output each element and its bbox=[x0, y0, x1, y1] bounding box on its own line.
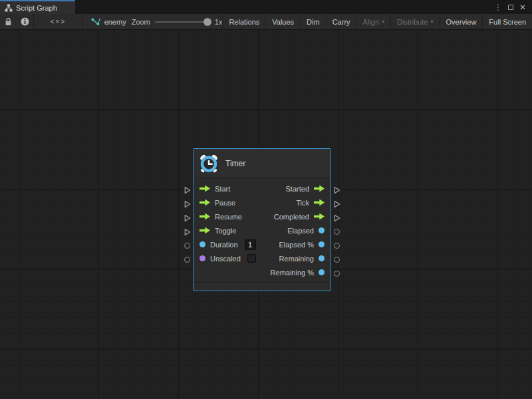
port-row: Start Started bbox=[200, 182, 325, 196]
control-output-stub[interactable] bbox=[334, 200, 340, 208]
tab-bar: Script Graph ⋮ ✕ bbox=[0, 0, 532, 14]
port-row: Remaining % bbox=[200, 265, 325, 279]
value-port-icon bbox=[319, 241, 325, 247]
relations-label: Relations bbox=[229, 18, 259, 26]
port-label: Toggle bbox=[215, 227, 236, 235]
graph-asset-icon bbox=[91, 18, 100, 26]
flow-arrow-icon bbox=[314, 185, 325, 192]
node-footer bbox=[194, 282, 330, 291]
port-started[interactable]: Started bbox=[286, 185, 325, 193]
port-elapsed-percent[interactable]: Elapsed % bbox=[279, 241, 325, 249]
value-output-stub[interactable] bbox=[334, 257, 340, 263]
node-title: Timer bbox=[225, 159, 245, 168]
flow-arrow-icon bbox=[200, 185, 210, 192]
align-dropdown[interactable]: Align ▾ bbox=[356, 14, 390, 29]
distribute-label: Distribute bbox=[397, 18, 428, 26]
grid-line bbox=[0, 394, 532, 394]
zoom-value: 1x bbox=[215, 18, 223, 26]
flow-arrow-icon bbox=[200, 227, 210, 234]
port-elapsed[interactable]: Elapsed bbox=[287, 227, 325, 235]
port-label: Tick bbox=[296, 199, 309, 207]
timer-node-header[interactable]: Timer bbox=[194, 149, 330, 178]
port-row: Unscaled Remaining bbox=[200, 251, 325, 265]
control-output-stub[interactable] bbox=[334, 186, 340, 194]
port-label: Unscaled bbox=[210, 255, 241, 263]
port-resume[interactable]: Resume bbox=[200, 213, 242, 221]
script-graph-window: Script Graph ⋮ ✕ <×> bbox=[0, 0, 532, 399]
inspect-values-button[interactable]: <×> bbox=[34, 14, 82, 29]
zoom-slider[interactable] bbox=[155, 21, 208, 23]
tab-script-graph[interactable]: Script Graph bbox=[0, 0, 75, 14]
value-output-stub[interactable] bbox=[334, 229, 340, 235]
graph-name-label: enemy bbox=[104, 18, 126, 26]
maximize-icon[interactable] bbox=[508, 5, 513, 10]
port-label: Resume bbox=[215, 213, 242, 221]
port-remaining-percent[interactable]: Remaining % bbox=[271, 269, 325, 277]
port-row: Resume Completed bbox=[200, 209, 325, 223]
port-label: Completed bbox=[274, 213, 309, 221]
port-row: Toggle Elapsed bbox=[200, 223, 325, 237]
port-label: Start bbox=[215, 185, 230, 193]
value-output-stub[interactable] bbox=[334, 243, 340, 249]
value-output-stub[interactable] bbox=[334, 271, 340, 277]
value-input-stub[interactable] bbox=[184, 243, 190, 249]
timer-clock-icon bbox=[199, 154, 219, 174]
window-controls: ⋮ ✕ bbox=[494, 0, 532, 14]
value-port-icon bbox=[319, 269, 325, 275]
port-remaining[interactable]: Remaining bbox=[279, 255, 325, 263]
port-label: Pause bbox=[215, 199, 235, 207]
tab-label: Script Graph bbox=[16, 4, 57, 12]
control-input-stub[interactable] bbox=[184, 228, 191, 236]
port-toggle[interactable]: Toggle bbox=[200, 227, 236, 235]
port-row: Duration Elapsed % bbox=[200, 237, 325, 251]
port-duration[interactable]: Duration bbox=[200, 239, 256, 250]
window-menu-icon[interactable]: ⋮ bbox=[494, 3, 502, 11]
value-port-icon bbox=[200, 241, 205, 247]
graph-canvas[interactable]: Timer Start Started Pause bbox=[0, 31, 532, 399]
port-pause[interactable]: Pause bbox=[200, 199, 235, 207]
close-icon[interactable]: ✕ bbox=[519, 3, 526, 11]
graph-hierarchy-icon bbox=[5, 4, 13, 12]
full-screen-button[interactable]: Full Screen bbox=[482, 14, 532, 29]
port-tick[interactable]: Tick bbox=[296, 199, 325, 207]
value-port-icon bbox=[200, 255, 205, 261]
lock-icon bbox=[5, 17, 12, 26]
info-button[interactable] bbox=[17, 14, 33, 29]
toolbar-actions: Relations Values Dim Carry Align ▾ Distr… bbox=[222, 14, 532, 29]
unscaled-checkbox[interactable] bbox=[247, 254, 256, 263]
timer-node[interactable]: Timer Start Started Pause bbox=[194, 148, 331, 291]
flow-arrow-icon bbox=[200, 213, 210, 220]
port-label: Duration bbox=[210, 241, 238, 249]
value-input-stub[interactable] bbox=[184, 257, 190, 263]
overview-button[interactable]: Overview bbox=[440, 14, 483, 29]
port-label: Remaining bbox=[279, 255, 314, 263]
control-input-stub[interactable] bbox=[184, 200, 191, 208]
dim-label: Dim bbox=[307, 18, 320, 26]
info-icon bbox=[21, 17, 29, 26]
values-button[interactable]: Values bbox=[265, 14, 300, 29]
port-start[interactable]: Start bbox=[200, 185, 230, 193]
port-unscaled[interactable]: Unscaled bbox=[200, 254, 256, 263]
values-label: Values bbox=[272, 18, 294, 26]
graph-toolbar: <×> enemy Zoom 1x Relations Values Dim C… bbox=[0, 14, 532, 30]
distribute-dropdown[interactable]: Distribute ▾ bbox=[390, 14, 439, 29]
control-input-stub[interactable] bbox=[184, 186, 191, 194]
zoom-control: Zoom 1x bbox=[126, 14, 223, 29]
value-port-icon bbox=[319, 255, 325, 261]
duration-input[interactable] bbox=[245, 239, 256, 250]
relations-button[interactable]: Relations bbox=[222, 14, 265, 29]
zoom-slider-handle[interactable] bbox=[203, 18, 211, 26]
port-completed[interactable]: Completed bbox=[274, 213, 325, 221]
chevron-down-icon: ▾ bbox=[382, 19, 384, 25]
control-input-stub[interactable] bbox=[184, 214, 191, 222]
control-output-stub[interactable] bbox=[334, 214, 340, 222]
graph-breadcrumb[interactable]: enemy bbox=[83, 14, 126, 29]
lock-button[interactable] bbox=[0, 14, 17, 29]
flow-arrow-icon bbox=[200, 199, 210, 206]
carry-button[interactable]: Carry bbox=[326, 14, 356, 29]
flow-arrow-icon bbox=[314, 213, 325, 220]
overview-label: Overview bbox=[446, 18, 477, 26]
dim-button[interactable]: Dim bbox=[300, 14, 326, 29]
node-port-rows: Start Started Pause Tick bbox=[194, 178, 330, 279]
value-port-icon bbox=[319, 227, 325, 233]
